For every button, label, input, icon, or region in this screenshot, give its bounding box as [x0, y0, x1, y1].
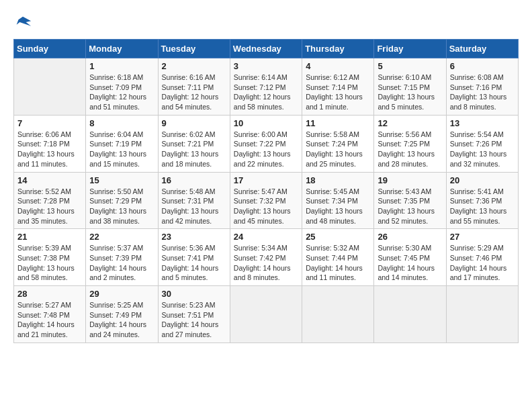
- day-info: Sunrise: 5:37 AMSunset: 7:39 PMDaylight:…: [89, 243, 154, 283]
- calendar-header-monday: Monday: [86, 40, 158, 58]
- day-info: Sunrise: 5:43 AMSunset: 7:35 PMDaylight:…: [378, 187, 442, 226]
- calendar-week-row: 7Sunrise: 6:06 AMSunset: 7:18 PMDaylight…: [14, 115, 519, 172]
- day-info: Sunrise: 6:14 AMSunset: 7:12 PMDaylight:…: [234, 73, 298, 112]
- day-info: Sunrise: 6:02 AMSunset: 7:21 PMDaylight:…: [162, 130, 226, 169]
- header: [13, 13, 519, 32]
- calendar-cell: 23Sunrise: 5:36 AMSunset: 7:41 PMDayligh…: [158, 229, 230, 286]
- day-number: 25: [306, 232, 370, 242]
- calendar-header-sunday: Sunday: [14, 40, 86, 58]
- day-info: Sunrise: 5:23 AMSunset: 7:51 PMDaylight:…: [162, 300, 226, 340]
- calendar-cell: 15Sunrise: 5:50 AMSunset: 7:29 PMDayligh…: [86, 172, 158, 229]
- day-number: 13: [450, 118, 515, 128]
- day-number: 24: [234, 232, 298, 242]
- day-info: Sunrise: 6:06 AMSunset: 7:18 PMDaylight:…: [17, 130, 82, 169]
- day-info: Sunrise: 5:58 AMSunset: 7:24 PMDaylight:…: [306, 130, 370, 169]
- day-info: Sunrise: 6:16 AMSunset: 7:11 PMDaylight:…: [162, 73, 226, 112]
- day-info: Sunrise: 5:52 AMSunset: 7:28 PMDaylight:…: [17, 187, 82, 226]
- day-number: 4: [306, 61, 370, 71]
- calendar-header-tuesday: Tuesday: [158, 40, 230, 58]
- calendar-cell: 9Sunrise: 6:02 AMSunset: 7:21 PMDaylight…: [158, 115, 230, 172]
- calendar-week-row: 21Sunrise: 5:39 AMSunset: 7:38 PMDayligh…: [14, 229, 519, 286]
- day-info: Sunrise: 5:45 AMSunset: 7:34 PMDaylight:…: [306, 187, 370, 226]
- day-info: Sunrise: 6:18 AMSunset: 7:09 PMDaylight:…: [89, 73, 154, 112]
- calendar-cell: 14Sunrise: 5:52 AMSunset: 7:28 PMDayligh…: [14, 172, 86, 229]
- day-info: Sunrise: 5:27 AMSunset: 7:48 PMDaylight:…: [17, 300, 82, 340]
- day-number: 20: [450, 175, 515, 185]
- day-info: Sunrise: 6:08 AMSunset: 7:16 PMDaylight:…: [450, 73, 515, 112]
- calendar-cell: 21Sunrise: 5:39 AMSunset: 7:38 PMDayligh…: [14, 229, 86, 286]
- calendar-cell: [374, 286, 446, 343]
- day-number: 9: [162, 118, 226, 128]
- calendar-header-friday: Friday: [374, 40, 446, 58]
- calendar-cell: 28Sunrise: 5:27 AMSunset: 7:48 PMDayligh…: [14, 286, 86, 343]
- calendar-cell: [446, 286, 518, 343]
- day-number: 22: [89, 232, 154, 242]
- calendar-cell: 7Sunrise: 6:06 AMSunset: 7:18 PMDaylight…: [14, 115, 86, 172]
- day-info: Sunrise: 5:32 AMSunset: 7:44 PMDaylight:…: [306, 243, 370, 283]
- day-info: Sunrise: 5:29 AMSunset: 7:46 PMDaylight:…: [450, 243, 515, 283]
- logo-bird-icon: [13, 13, 32, 32]
- logo: [13, 13, 35, 32]
- day-number: 6: [450, 61, 515, 71]
- calendar-cell: 1Sunrise: 6:18 AMSunset: 7:09 PMDaylight…: [86, 58, 158, 116]
- day-number: 14: [17, 175, 82, 185]
- calendar-cell: 13Sunrise: 5:54 AMSunset: 7:26 PMDayligh…: [446, 115, 518, 172]
- day-number: 2: [162, 61, 226, 71]
- day-info: Sunrise: 6:04 AMSunset: 7:19 PMDaylight:…: [89, 130, 154, 169]
- day-number: 30: [162, 289, 226, 299]
- day-number: 23: [162, 232, 226, 242]
- calendar-table: SundayMondayTuesdayWednesdayThursdayFrid…: [13, 39, 519, 343]
- day-number: 16: [162, 175, 226, 185]
- calendar-cell: 3Sunrise: 6:14 AMSunset: 7:12 PMDaylight…: [230, 58, 302, 116]
- day-number: 27: [450, 232, 515, 242]
- calendar-cell: 18Sunrise: 5:45 AMSunset: 7:34 PMDayligh…: [302, 172, 374, 229]
- calendar-cell: 29Sunrise: 5:25 AMSunset: 7:49 PMDayligh…: [86, 286, 158, 343]
- day-number: 3: [234, 61, 298, 71]
- calendar-cell: 22Sunrise: 5:37 AMSunset: 7:39 PMDayligh…: [86, 229, 158, 286]
- day-number: 12: [378, 118, 442, 128]
- day-number: 7: [17, 118, 82, 128]
- day-number: 8: [89, 118, 154, 128]
- day-info: Sunrise: 5:54 AMSunset: 7:26 PMDaylight:…: [450, 130, 515, 169]
- calendar-cell: [14, 58, 86, 116]
- day-info: Sunrise: 5:56 AMSunset: 7:25 PMDaylight:…: [378, 130, 442, 169]
- day-number: 10: [234, 118, 298, 128]
- calendar-cell: 24Sunrise: 5:34 AMSunset: 7:42 PMDayligh…: [230, 229, 302, 286]
- calendar-header-thursday: Thursday: [302, 40, 374, 58]
- day-number: 26: [378, 232, 442, 242]
- day-number: 17: [234, 175, 298, 185]
- calendar-week-row: 28Sunrise: 5:27 AMSunset: 7:48 PMDayligh…: [14, 286, 519, 343]
- calendar-cell: 10Sunrise: 6:00 AMSunset: 7:22 PMDayligh…: [230, 115, 302, 172]
- calendar-header-wednesday: Wednesday: [230, 40, 302, 58]
- day-info: Sunrise: 5:39 AMSunset: 7:38 PMDaylight:…: [17, 243, 82, 283]
- calendar-header-saturday: Saturday: [446, 40, 518, 58]
- day-info: Sunrise: 6:12 AMSunset: 7:14 PMDaylight:…: [306, 73, 370, 112]
- day-info: Sunrise: 5:48 AMSunset: 7:31 PMDaylight:…: [162, 187, 226, 226]
- calendar-cell: 2Sunrise: 6:16 AMSunset: 7:11 PMDaylight…: [158, 58, 230, 116]
- day-info: Sunrise: 5:50 AMSunset: 7:29 PMDaylight:…: [89, 187, 154, 226]
- calendar-cell: 19Sunrise: 5:43 AMSunset: 7:35 PMDayligh…: [374, 172, 446, 229]
- calendar-cell: 25Sunrise: 5:32 AMSunset: 7:44 PMDayligh…: [302, 229, 374, 286]
- calendar-cell: 6Sunrise: 6:08 AMSunset: 7:16 PMDaylight…: [446, 58, 518, 116]
- day-info: Sunrise: 5:30 AMSunset: 7:45 PMDaylight:…: [378, 243, 442, 283]
- calendar-cell: 30Sunrise: 5:23 AMSunset: 7:51 PMDayligh…: [158, 286, 230, 343]
- day-info: Sunrise: 5:47 AMSunset: 7:32 PMDaylight:…: [234, 187, 298, 226]
- calendar-header-row: SundayMondayTuesdayWednesdayThursdayFrid…: [14, 40, 519, 58]
- day-number: 1: [89, 61, 154, 71]
- day-info: Sunrise: 5:34 AMSunset: 7:42 PMDaylight:…: [234, 243, 298, 283]
- calendar-cell: 11Sunrise: 5:58 AMSunset: 7:24 PMDayligh…: [302, 115, 374, 172]
- day-number: 19: [378, 175, 442, 185]
- calendar-cell: [230, 286, 302, 343]
- calendar-cell: 16Sunrise: 5:48 AMSunset: 7:31 PMDayligh…: [158, 172, 230, 229]
- svg-marker-0: [17, 17, 31, 26]
- calendar-cell: 20Sunrise: 5:41 AMSunset: 7:36 PMDayligh…: [446, 172, 518, 229]
- day-number: 18: [306, 175, 370, 185]
- calendar-cell: 27Sunrise: 5:29 AMSunset: 7:46 PMDayligh…: [446, 229, 518, 286]
- day-number: 28: [17, 289, 82, 299]
- calendar-cell: [302, 286, 374, 343]
- calendar-cell: 12Sunrise: 5:56 AMSunset: 7:25 PMDayligh…: [374, 115, 446, 172]
- day-info: Sunrise: 5:25 AMSunset: 7:49 PMDaylight:…: [89, 300, 154, 340]
- calendar-cell: 8Sunrise: 6:04 AMSunset: 7:19 PMDaylight…: [86, 115, 158, 172]
- calendar-cell: 17Sunrise: 5:47 AMSunset: 7:32 PMDayligh…: [230, 172, 302, 229]
- day-number: 11: [306, 118, 370, 128]
